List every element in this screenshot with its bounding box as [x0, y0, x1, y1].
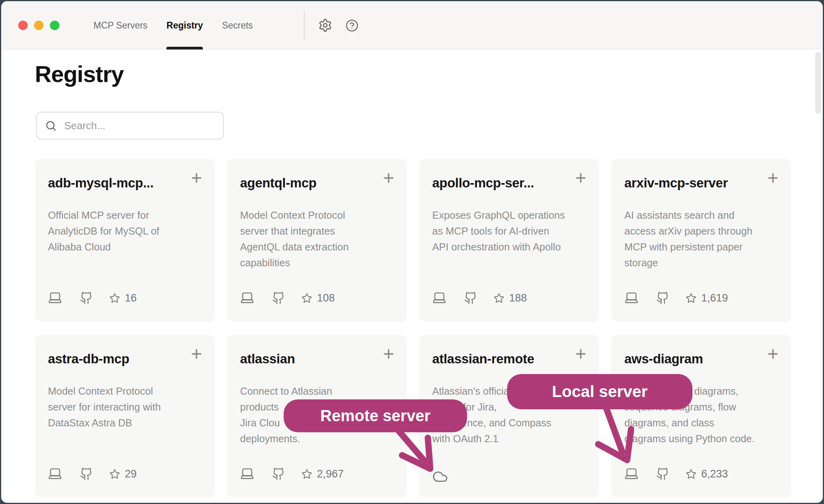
desktop-background: MCP ServersRegistrySecrets Registry adb-…	[0, 0, 824, 504]
star-count: 2,967	[317, 468, 344, 480]
laptop-icon	[624, 291, 639, 305]
add-server-button[interactable]: +	[383, 168, 394, 187]
laptop-icon	[48, 467, 62, 481]
search-box	[36, 112, 224, 139]
github-icon	[80, 467, 93, 481]
card-footer: 16	[48, 290, 137, 306]
laptop-icon	[48, 291, 62, 305]
add-server-button[interactable]: +	[383, 344, 394, 363]
tab-bar: MCP ServersRegistrySecrets	[93, 1, 253, 50]
maximize-button[interactable]	[50, 21, 59, 30]
card-footer: 108	[240, 290, 335, 306]
titlebar-divider	[304, 11, 305, 40]
server-card[interactable]: aws-diagram + Generate AWS diagrams,sequ…	[611, 335, 791, 498]
server-card[interactable]: apollo-mcp-ser... + Exposes GraphQL oper…	[419, 159, 599, 322]
server-name: agentql-mcp	[240, 176, 372, 191]
registry-page: Registry adb-mysql-mcp... + Official MCP…	[1, 50, 823, 503]
server-card[interactable]: adb-mysql-mcp... + Official MCP server f…	[35, 159, 215, 322]
card-footer: 2,967	[240, 466, 344, 482]
star-icon	[301, 468, 313, 480]
star-count: 6,233	[701, 468, 728, 480]
tab-registry[interactable]: Registry	[166, 1, 203, 50]
minimize-button[interactable]	[34, 21, 44, 30]
server-description: Official MCP server forAnalyticDB for My…	[48, 207, 204, 255]
star-icon	[493, 292, 505, 304]
scrollbar-thumb[interactable]	[815, 52, 821, 114]
card-footer: 188	[432, 290, 527, 306]
star-count: 29	[125, 468, 137, 480]
laptop-icon	[432, 291, 446, 305]
card-footer: 29	[48, 466, 137, 482]
star-icon	[109, 468, 120, 480]
active-tab-underline	[166, 47, 203, 50]
add-server-button[interactable]: +	[191, 344, 202, 363]
star-count: 108	[317, 292, 335, 304]
close-button[interactable]	[18, 21, 28, 30]
star-count: 16	[125, 292, 137, 304]
laptop-icon	[240, 291, 254, 305]
add-server-button[interactable]: +	[191, 168, 202, 187]
card-footer: 1,619	[624, 290, 728, 306]
server-description: Model Context Protocolserver for interac…	[48, 383, 204, 431]
github-icon	[272, 467, 285, 481]
add-server-button[interactable]: +	[767, 168, 778, 187]
window-controls	[18, 21, 59, 30]
titlebar: MCP ServersRegistrySecrets	[1, 1, 823, 50]
star-count: 1,619	[701, 292, 728, 304]
app-window: MCP ServersRegistrySecrets Registry adb-…	[1, 1, 823, 503]
server-description: Model Context Protocolserver that integr…	[240, 207, 397, 271]
card-footer: 6,233	[624, 466, 728, 482]
card-footer	[432, 466, 448, 482]
settings-button[interactable]	[318, 18, 332, 32]
page-title: Registry	[35, 61, 124, 87]
server-name: astra-db-mcp	[48, 351, 180, 367]
star-icon	[685, 468, 697, 480]
help-button[interactable]	[345, 19, 359, 32]
cloud-icon	[432, 469, 448, 485]
server-description: AI assistants search andaccess arXiv pap…	[624, 207, 781, 271]
search-input[interactable]	[64, 120, 215, 132]
github-icon	[656, 291, 670, 305]
server-name: aws-diagram	[624, 351, 756, 367]
star-icon	[301, 292, 313, 304]
server-card[interactable]: arxiv-mcp-server + AI assistants search …	[611, 159, 791, 322]
callout-remote-server: Remote server	[284, 399, 467, 432]
add-server-button[interactable]: +	[575, 344, 586, 363]
server-name: atlassian	[240, 351, 372, 367]
github-icon	[80, 291, 93, 305]
server-name: atlassian-remote	[432, 351, 564, 367]
search-icon	[45, 120, 57, 132]
server-name: arxiv-mcp-server	[624, 176, 756, 191]
star-icon	[109, 292, 120, 304]
card-grid: adb-mysql-mcp... + Official MCP server f…	[35, 159, 791, 498]
tab-secrets[interactable]: Secrets	[222, 1, 253, 50]
server-name: apollo-mcp-ser...	[432, 176, 564, 191]
add-server-button[interactable]: +	[767, 344, 778, 363]
star-icon	[685, 292, 697, 304]
server-description: Exposes GraphQL operationsas MCP tools f…	[432, 207, 589, 255]
server-card[interactable]: agentql-mcp + Model Context Protocolserv…	[227, 159, 407, 322]
laptop-icon	[624, 467, 639, 481]
laptop-icon	[240, 467, 254, 481]
server-card[interactable]: astra-db-mcp + Model Context Protocolser…	[35, 335, 215, 498]
callout-local-server: Local server	[507, 374, 692, 409]
server-name: adb-mysql-mcp...	[48, 176, 180, 191]
star-count: 188	[509, 292, 527, 304]
tab-mcp-servers[interactable]: MCP Servers	[93, 1, 147, 50]
gear-icon	[318, 18, 332, 32]
add-server-button[interactable]: +	[575, 168, 586, 187]
github-icon	[272, 291, 285, 305]
github-icon	[656, 467, 670, 481]
github-icon	[464, 291, 477, 305]
help-icon	[345, 19, 359, 32]
